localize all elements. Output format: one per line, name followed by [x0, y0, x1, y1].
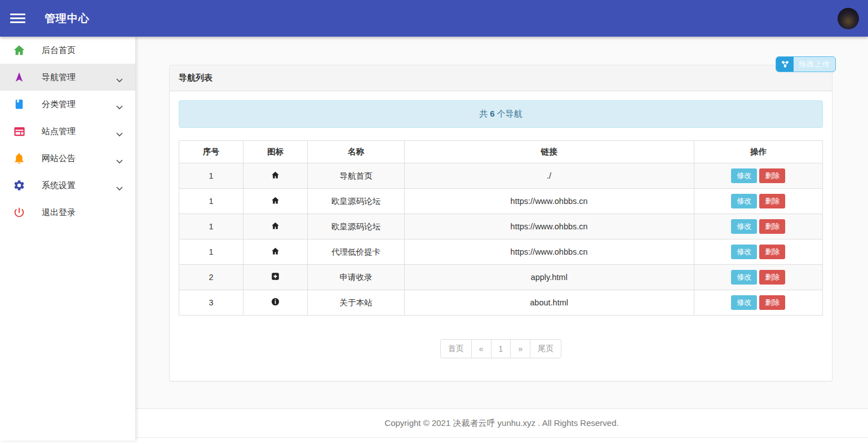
- row-link: https://www.ohbbs.cn: [404, 239, 694, 265]
- edit-button[interactable]: 修改: [731, 168, 757, 183]
- row-name: 欧皇源码论坛: [308, 214, 404, 239]
- nav-list-card: 导航列表 共 6 个导航 序号 图标 名称 链接 操作: [169, 65, 832, 381]
- row-name: 导航首页: [308, 163, 404, 189]
- sidebar-item-label: 后台首页: [42, 45, 76, 56]
- delete-button[interactable]: 删除: [759, 270, 785, 285]
- sidebar-item-announcements[interactable]: 网站公告: [0, 145, 135, 172]
- sidebar-item-home[interactable]: 后台首页: [0, 37, 135, 64]
- sidebar-item-label: 网站公告: [42, 153, 76, 164]
- site-icon: [12, 125, 26, 138]
- sidebar-item-label: 退出登录: [42, 207, 76, 218]
- row-no: 1: [179, 239, 243, 265]
- chevron-down-icon: [116, 156, 123, 166]
- column-header-ops: 操作: [694, 141, 822, 163]
- home-icon: [271, 196, 280, 205]
- column-header-link: 链接: [404, 141, 694, 163]
- pagination-first[interactable]: 首页: [440, 339, 472, 358]
- gear-icon: [12, 179, 26, 192]
- row-icon-cell: [243, 189, 308, 214]
- share-nodes-icon: [776, 57, 794, 72]
- pagination-next[interactable]: »: [510, 339, 530, 358]
- chevron-down-icon: [116, 102, 123, 112]
- edit-button[interactable]: 修改: [731, 194, 757, 208]
- page-title: 管理中心: [45, 11, 90, 26]
- sidebar-item-logout[interactable]: 退出登录: [0, 199, 135, 226]
- row-actions: 修改删除: [694, 163, 822, 189]
- row-no: 1: [179, 189, 243, 214]
- power-icon: [12, 206, 26, 219]
- sidebar-item-label: 系统设置: [42, 180, 76, 191]
- row-link: https://www.ohbbs.cn: [404, 189, 694, 214]
- table-row: 1 欧皇源码论坛 https://www.ohbbs.cn 修改删除: [179, 189, 823, 214]
- row-icon-cell: [243, 163, 308, 189]
- navigation-icon: [12, 70, 26, 84]
- pagination-last[interactable]: 尾页: [530, 339, 561, 358]
- table-row: 1 代理低价提卡 https://www.ohbbs.cn 修改删除: [179, 239, 823, 265]
- book-icon: [12, 97, 26, 111]
- sidebar: 后台首页 导航管理 分类管理: [0, 37, 135, 441]
- row-actions: 修改删除: [694, 214, 822, 239]
- bell-icon: [12, 152, 26, 165]
- floating-widget-label: 拖拽上传: [794, 57, 835, 72]
- row-link: apply.html: [404, 265, 694, 290]
- delete-button[interactable]: 删除: [759, 295, 785, 310]
- table-row: 1 欧皇源码论坛 https://www.ohbbs.cn 修改删除: [179, 214, 823, 239]
- sidebar-item-label: 站点管理: [42, 126, 76, 137]
- row-actions: 修改删除: [694, 290, 822, 316]
- row-name: 欧皇源码论坛: [308, 189, 404, 214]
- row-icon-cell: [243, 265, 308, 290]
- delete-button[interactable]: 删除: [759, 194, 785, 208]
- plus-square-icon: [271, 272, 280, 281]
- edit-button[interactable]: 修改: [731, 219, 757, 234]
- main-content: 拖拽上传 导航列表 共 6 个导航 序号 图标 名称 链接 操作: [135, 37, 868, 441]
- edit-button[interactable]: 修改: [731, 270, 757, 285]
- pagination: 首页 « 1 » 尾页: [179, 339, 823, 358]
- row-name: 申请收录: [308, 265, 404, 290]
- column-header-no: 序号: [179, 141, 243, 163]
- table-row: 2 申请收录 apply.html 修改删除: [179, 265, 823, 290]
- row-name: 代理低价提卡: [308, 239, 404, 265]
- sidebar-item-system-settings[interactable]: 系统设置: [0, 172, 135, 199]
- chevron-down-icon: [116, 183, 123, 193]
- chevron-down-icon: [116, 75, 123, 85]
- delete-button[interactable]: 删除: [759, 245, 785, 259]
- row-no: 1: [179, 214, 243, 239]
- row-link: about.html: [404, 290, 694, 316]
- row-link: https://www.ohbbs.cn: [404, 214, 694, 239]
- home-icon: [271, 221, 280, 230]
- pagination-page-1[interactable]: 1: [491, 339, 511, 358]
- row-actions: 修改删除: [694, 239, 822, 265]
- avatar[interactable]: [838, 8, 859, 29]
- home-icon: [271, 247, 280, 255]
- row-link: ./: [404, 163, 694, 189]
- column-header-icon: 图标: [243, 141, 308, 163]
- delete-button[interactable]: 删除: [759, 168, 785, 183]
- alert-text: 个导航: [495, 109, 522, 118]
- app-header: 管理中心: [0, 0, 868, 37]
- home-icon: [12, 43, 26, 57]
- sidebar-item-category-management[interactable]: 分类管理: [0, 91, 135, 118]
- edit-button[interactable]: 修改: [731, 245, 757, 259]
- footer: Copyright © 2021 决裁者云呼 yunhu.xyz . All R…: [135, 409, 868, 438]
- pagination-prev[interactable]: «: [471, 339, 491, 358]
- bottom-strip: [135, 437, 868, 441]
- row-no: 2: [179, 265, 243, 290]
- sidebar-item-site-management[interactable]: 站点管理: [0, 118, 135, 145]
- nav-table: 序号 图标 名称 链接 操作 1 导航首页 ./ 修改删除: [179, 140, 823, 316]
- card-title: 导航列表: [170, 65, 832, 91]
- row-actions: 修改删除: [694, 189, 822, 214]
- row-no: 1: [179, 163, 243, 189]
- alert-count: 6: [490, 109, 494, 118]
- chevron-down-icon: [116, 129, 123, 139]
- delete-button[interactable]: 删除: [759, 219, 785, 234]
- edit-button[interactable]: 修改: [731, 295, 757, 310]
- row-icon-cell: [243, 290, 308, 316]
- nav-count-alert: 共 6 个导航: [179, 100, 823, 128]
- copyright-text: Copyright © 2021 决裁者云呼 yunhu.xyz . All R…: [384, 418, 618, 428]
- sidebar-item-label: 导航管理: [42, 72, 76, 83]
- floating-upload-widget[interactable]: 拖拽上传: [776, 56, 836, 72]
- sidebar-item-nav-management[interactable]: 导航管理: [0, 64, 135, 91]
- row-icon-cell: [243, 239, 308, 265]
- menu-toggle-button[interactable]: [10, 11, 26, 25]
- column-header-name: 名称: [308, 141, 404, 163]
